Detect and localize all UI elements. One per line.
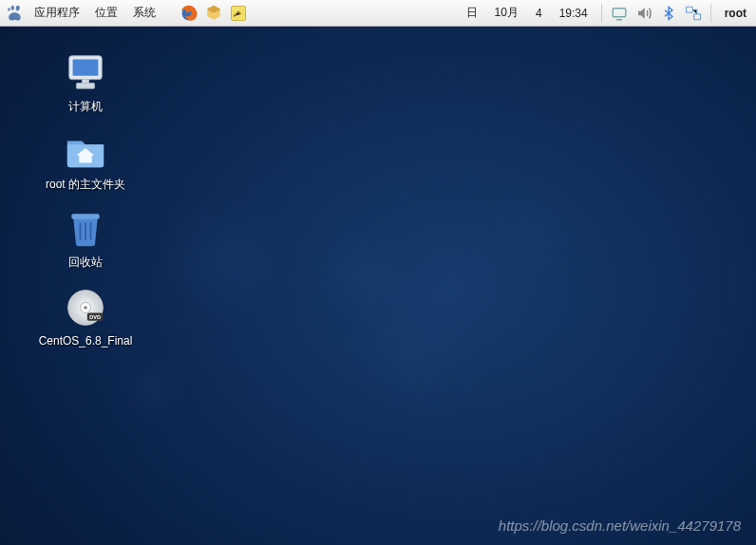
desktop-icon-label: root 的主文件夹: [46, 177, 125, 193]
bluetooth-icon[interactable]: [659, 4, 678, 23]
desktop-icon-label: 计算机: [68, 99, 103, 115]
panel-left: 应用程序 位置 系统: [4, 2, 249, 24]
desktop-icon-disc[interactable]: DVD CentOS_6.8_Final: [28, 285, 142, 348]
desktop-icon-home-folder[interactable]: root 的主文件夹: [28, 127, 142, 193]
help-launcher-icon[interactable]: [203, 3, 224, 24]
svg-rect-8: [82, 80, 89, 84]
desktop-icon-label: CentOS_6.8_Final: [39, 334, 133, 348]
places-menu[interactable]: 位置: [89, 2, 123, 24]
panel-divider: [601, 4, 602, 23]
display-applet-icon[interactable]: [610, 4, 629, 23]
home-folder-icon: [63, 127, 108, 173]
clock-day[interactable]: 4: [530, 7, 548, 20]
dvd-disc-icon: DVD: [63, 285, 108, 330]
svg-rect-7: [76, 84, 94, 89]
applications-menu[interactable]: 应用程序: [28, 2, 85, 24]
svg-rect-4: [693, 13, 700, 19]
desktop-icon-computer[interactable]: 计算机: [28, 49, 142, 115]
gnome-main-menu-icon[interactable]: [4, 3, 25, 24]
desktop-icon-label: 回收站: [68, 254, 103, 271]
computer-icon: [63, 49, 108, 95]
panel-right: 日 10月 4 19:34 root: [461, 4, 752, 23]
watermark-text: https://blog.csdn.net/weixin_44279178: [499, 517, 741, 534]
user-menu[interactable]: root: [719, 7, 752, 20]
desktop[interactable]: 计算机 root 的主文件夹 回收站: [0, 27, 756, 545]
network-icon[interactable]: [684, 4, 703, 23]
svg-rect-3: [686, 7, 692, 12]
clock-month[interactable]: 10月: [489, 5, 524, 21]
svg-point-13: [84, 306, 87, 310]
volume-icon[interactable]: [634, 4, 653, 23]
panel-divider: [710, 4, 711, 23]
firefox-launcher-icon[interactable]: [179, 3, 199, 24]
svg-text:DVD: DVD: [89, 314, 101, 320]
top-panel: 应用程序 位置 系统 日 10月 4 19:34 root: [0, 0, 756, 27]
desktop-icon-trash[interactable]: 回收站: [28, 205, 142, 271]
system-menu[interactable]: 系统: [127, 2, 161, 24]
text-editor-launcher-icon[interactable]: [228, 3, 249, 24]
clock-time[interactable]: 19:34: [554, 7, 594, 20]
clock-weekday[interactable]: 日: [461, 5, 483, 21]
svg-rect-6: [73, 60, 99, 76]
svg-rect-2: [613, 8, 626, 16]
trash-icon: [63, 205, 108, 251]
svg-rect-9: [71, 214, 99, 219]
